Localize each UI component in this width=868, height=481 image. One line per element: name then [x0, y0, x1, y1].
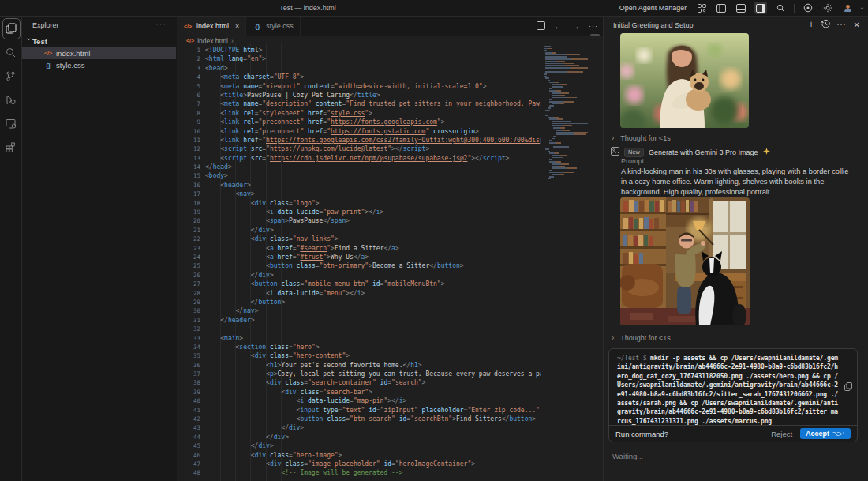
toggle-sidebar-icon[interactable]: [715, 2, 728, 14]
history-icon[interactable]: [821, 20, 830, 30]
explorer-more-actions-icon[interactable]: ···: [155, 19, 166, 28]
accept-shortcut: ⌥↵: [832, 430, 845, 438]
minimap-line: [545, 61, 597, 62]
minimap-line: [545, 58, 597, 60]
terminal-command[interactable]: ~/Test $ mkdir -p assets && cp /Users/sw…: [609, 349, 857, 426]
waiting-status: Waiting...: [612, 452, 643, 460]
settings-gear-icon[interactable]: [821, 2, 834, 14]
search-icon[interactable]: [0, 40, 21, 64]
minimap-line: [552, 86, 597, 88]
generated-image-marcus-collie[interactable]: [620, 197, 750, 325]
chevron-down-icon[interactable]: ›: [859, 7, 866, 9]
minimap-line: [549, 118, 597, 120]
vscode-window: Test — index.html Open Agent Manager › E…: [0, 0, 868, 481]
code-line: 3<head>: [177, 64, 541, 73]
breadcrumb[interactable]: </> index.html › …: [177, 36, 603, 46]
editor-scrollbar-thumb[interactable]: [590, 34, 600, 36]
file-row-style-css[interactable]: {} style.css: [22, 59, 176, 71]
explorer-title: Explorer: [32, 21, 59, 29]
html-file-icon: </>: [43, 47, 53, 59]
more-actions-icon[interactable]: ···: [837, 21, 847, 28]
minimap-line: [552, 125, 597, 126]
more-actions-icon[interactable]: ···: [589, 22, 598, 30]
file-name: style.css: [56, 59, 84, 71]
close-panel-icon[interactable]: ✕: [854, 21, 860, 29]
new-conversation-icon[interactable]: +: [809, 19, 814, 30]
code-line: 31 </header>: [177, 316, 541, 325]
tab-index-html[interactable]: </> index.html ×: [177, 17, 246, 36]
minimap-line: [545, 70, 597, 71]
code-line: 22 <div class="nav-links">: [177, 235, 541, 243]
window-title: Test — index.html: [0, 0, 615, 16]
code-line: 7 <meta name="description" content="Find…: [177, 100, 541, 108]
prompt-label: Prompt: [621, 157, 644, 165]
code-line: 12 <script src="https://unpkg.com/lucide…: [177, 145, 541, 153]
thought-row-2[interactable]: › Thought for <1s: [612, 333, 671, 342]
navigate-back-icon[interactable]: ←: [554, 21, 563, 31]
tab-style-css[interactable]: {} style.css: [246, 17, 301, 36]
folder-row-test[interactable]: › Test: [22, 36, 176, 47]
file-row-index-html[interactable]: </> index.html: [22, 47, 176, 59]
indent-guide: [250, 43, 251, 481]
source-control-icon[interactable]: [0, 64, 21, 88]
minimap-line: [544, 111, 597, 114]
toggle-panel-icon[interactable]: [735, 2, 747, 14]
copy-icon[interactable]: [844, 382, 852, 393]
chevron-right-icon: ›: [612, 333, 614, 342]
editor-group: </> index.html × {} style.css ← → ··· </…: [177, 17, 604, 481]
code-line: 30 </nav>: [177, 306, 541, 315]
close-tab-icon[interactable]: ×: [235, 22, 239, 30]
reject-button[interactable]: Reject: [771, 430, 792, 438]
minimap-line: [556, 133, 597, 135]
minimap-line: [545, 77, 597, 79]
search-icon[interactable]: [774, 2, 787, 14]
file-name: index.html: [56, 47, 90, 59]
run-debug-icon[interactable]: [0, 88, 21, 111]
code-line: 17 <nav>: [177, 190, 541, 198]
extensions-icon[interactable]: [0, 135, 21, 159]
toggle-secondary-sidebar-icon[interactable]: [754, 2, 767, 14]
copilot-icon[interactable]: [802, 2, 814, 14]
minimap-line: [544, 73, 597, 75]
open-agent-manager-button[interactable]: Open Agent Manager: [619, 4, 687, 12]
indent-guide: [220, 43, 221, 481]
customize-layout-icon[interactable]: [695, 2, 708, 14]
minimap-line: [552, 97, 597, 99]
code-line: 26 </div>: [177, 271, 541, 280]
tab-label: style.css: [266, 22, 294, 30]
breadcrumb-more[interactable]: …: [237, 37, 244, 45]
explorer-sidebar: Explorer ··· › Test </> index.html {} st…: [22, 17, 176, 481]
run-command-footer: Run command? Reject Accept ⌥↵: [609, 425, 857, 442]
minimap-line: [549, 172, 597, 174]
minimap-line: [552, 174, 597, 175]
navigate-forward-icon[interactable]: →: [571, 21, 580, 31]
code-line: 5 <meta name="viewport" content="width=d…: [177, 82, 541, 91]
minimap-line: [545, 110, 597, 111]
generate-step-row[interactable]: New Generate with Gemini 3 Pro Image: [611, 147, 770, 157]
generate-step-label: Generate with Gemini 3 Pro Image: [649, 148, 758, 156]
minimap[interactable]: [544, 46, 597, 481]
thought-row-1[interactable]: › Thought for <1s: [612, 133, 671, 142]
generated-image-sarah-pug[interactable]: [620, 33, 749, 128]
code-line: 21 </div>: [177, 226, 541, 235]
css-file-icon: {}: [253, 23, 262, 30]
thought-label: Thought for <1s: [620, 334, 670, 342]
minimap-line: [552, 167, 597, 169]
code-editor[interactable]: 1<!DOCTYPE html>2<html lang="en">3<head>…: [177, 46, 541, 481]
split-editor-icon[interactable]: [537, 21, 545, 32]
breadcrumb-file[interactable]: index.html: [197, 37, 228, 45]
minimap-line: [549, 105, 597, 107]
code-line: 42 <button class="btn-search" id="search…: [177, 415, 541, 423]
accept-button[interactable]: Accept ⌥↵: [800, 428, 851, 439]
code-line: 45 </div>: [177, 442, 541, 450]
code-line: 38 <div class="search-container" id="sea…: [177, 378, 541, 387]
code-line: 19 <i data-lucide="paw-print"></i>: [177, 208, 541, 216]
remote-explorer-icon[interactable]: [0, 111, 21, 135]
html-file-icon: </>: [183, 24, 193, 29]
minimap-line: [549, 99, 597, 100]
code-line: 28 <i data-lucide="menu"></i>: [177, 289, 541, 298]
code-line: 2<html lang="en">: [177, 54, 541, 63]
explorer-icon[interactable]: [0, 17, 21, 40]
account-avatar[interactable]: [841, 2, 854, 14]
minimap-line: [545, 56, 597, 58]
